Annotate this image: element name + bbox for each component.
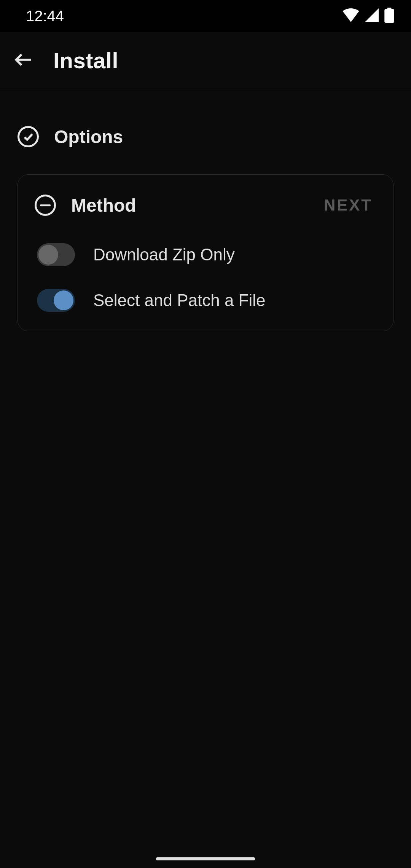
back-button[interactable] bbox=[11, 48, 36, 73]
minus-circle-icon bbox=[35, 195, 56, 216]
step-options-label: Options bbox=[54, 126, 393, 147]
check-circle-icon bbox=[18, 126, 39, 147]
status-time: 12:44 bbox=[26, 8, 64, 25]
toggle-download-zip[interactable] bbox=[37, 243, 75, 266]
page-title: Install bbox=[53, 48, 118, 73]
wifi-icon bbox=[342, 8, 359, 24]
app-bar: Install bbox=[0, 32, 411, 89]
toggle-thumb bbox=[38, 245, 58, 265]
battery-icon bbox=[384, 8, 394, 24]
option-label: Select and Patch a File bbox=[93, 291, 265, 310]
signal-icon bbox=[365, 8, 379, 24]
option-label: Download Zip Only bbox=[93, 245, 235, 264]
home-indicator[interactable] bbox=[156, 857, 255, 860]
svg-rect-0 bbox=[384, 9, 394, 23]
content: Options Method NEXT Download Zip Only bbox=[0, 89, 411, 868]
step-method-label: Method bbox=[71, 195, 324, 216]
step-method-header: Method NEXT bbox=[35, 182, 376, 228]
method-options-list: Download Zip Only Select and Patch a Fil… bbox=[35, 243, 376, 312]
step-options[interactable]: Options bbox=[18, 112, 393, 161]
next-button[interactable]: NEXT bbox=[324, 196, 373, 214]
status-icons bbox=[342, 8, 394, 24]
step-method-card: Method NEXT Download Zip Only Select and… bbox=[18, 174, 393, 331]
arrow-left-icon bbox=[13, 49, 34, 72]
option-select-patch[interactable]: Select and Patch a File bbox=[35, 289, 376, 312]
toggle-thumb bbox=[54, 290, 73, 310]
toggle-select-patch[interactable] bbox=[37, 289, 75, 312]
option-download-zip[interactable]: Download Zip Only bbox=[35, 243, 376, 266]
status-bar: 12:44 bbox=[0, 0, 411, 32]
svg-rect-1 bbox=[387, 8, 392, 10]
